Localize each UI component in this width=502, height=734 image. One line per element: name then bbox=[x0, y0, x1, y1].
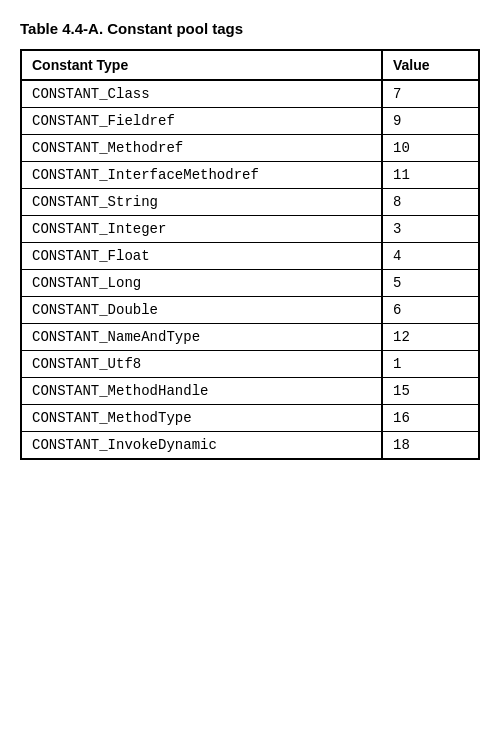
cell-value: 7 bbox=[382, 80, 478, 108]
cell-constant-type: CONSTANT_InterfaceMethodref bbox=[22, 162, 382, 189]
cell-value: 1 bbox=[382, 351, 478, 378]
constant-pool-table: Constant Type Value CONSTANT_Class7CONST… bbox=[22, 51, 478, 458]
table-row: CONSTANT_Long5 bbox=[22, 270, 478, 297]
table-body: CONSTANT_Class7CONSTANT_Fieldref9CONSTAN… bbox=[22, 80, 478, 458]
table-row: CONSTANT_InvokeDynamic18 bbox=[22, 432, 478, 459]
table-row: CONSTANT_Integer3 bbox=[22, 216, 478, 243]
cell-constant-type: CONSTANT_Fieldref bbox=[22, 108, 382, 135]
table-row: CONSTANT_InterfaceMethodref11 bbox=[22, 162, 478, 189]
table-row: CONSTANT_Class7 bbox=[22, 80, 478, 108]
page-title: Table 4.4-A. Constant pool tags bbox=[20, 20, 482, 37]
cell-value: 5 bbox=[382, 270, 478, 297]
cell-value: 8 bbox=[382, 189, 478, 216]
cell-value: 12 bbox=[382, 324, 478, 351]
cell-constant-type: CONSTANT_Methodref bbox=[22, 135, 382, 162]
table-row: CONSTANT_MethodType16 bbox=[22, 405, 478, 432]
table-row: CONSTANT_String8 bbox=[22, 189, 478, 216]
table-container: Constant Type Value CONSTANT_Class7CONST… bbox=[20, 49, 480, 460]
cell-value: 6 bbox=[382, 297, 478, 324]
cell-value: 15 bbox=[382, 378, 478, 405]
cell-value: 3 bbox=[382, 216, 478, 243]
cell-constant-type: CONSTANT_NameAndType bbox=[22, 324, 382, 351]
table-row: CONSTANT_Methodref10 bbox=[22, 135, 478, 162]
cell-value: 9 bbox=[382, 108, 478, 135]
cell-value: 18 bbox=[382, 432, 478, 459]
table-header-row: Constant Type Value bbox=[22, 51, 478, 80]
table-row: CONSTANT_Double6 bbox=[22, 297, 478, 324]
table-row: CONSTANT_Fieldref9 bbox=[22, 108, 478, 135]
cell-value: 16 bbox=[382, 405, 478, 432]
cell-constant-type: CONSTANT_MethodHandle bbox=[22, 378, 382, 405]
table-row: CONSTANT_Float4 bbox=[22, 243, 478, 270]
cell-constant-type: CONSTANT_Utf8 bbox=[22, 351, 382, 378]
header-constant-type: Constant Type bbox=[22, 51, 382, 80]
header-value: Value bbox=[382, 51, 478, 80]
cell-constant-type: CONSTANT_Float bbox=[22, 243, 382, 270]
table-row: CONSTANT_Utf81 bbox=[22, 351, 478, 378]
cell-value: 11 bbox=[382, 162, 478, 189]
cell-value: 4 bbox=[382, 243, 478, 270]
table-row: CONSTANT_MethodHandle15 bbox=[22, 378, 478, 405]
cell-constant-type: CONSTANT_Integer bbox=[22, 216, 382, 243]
cell-constant-type: CONSTANT_String bbox=[22, 189, 382, 216]
cell-constant-type: CONSTANT_Class bbox=[22, 80, 382, 108]
cell-constant-type: CONSTANT_Long bbox=[22, 270, 382, 297]
cell-constant-type: CONSTANT_MethodType bbox=[22, 405, 382, 432]
cell-value: 10 bbox=[382, 135, 478, 162]
table-row: CONSTANT_NameAndType12 bbox=[22, 324, 478, 351]
cell-constant-type: CONSTANT_Double bbox=[22, 297, 382, 324]
cell-constant-type: CONSTANT_InvokeDynamic bbox=[22, 432, 382, 459]
